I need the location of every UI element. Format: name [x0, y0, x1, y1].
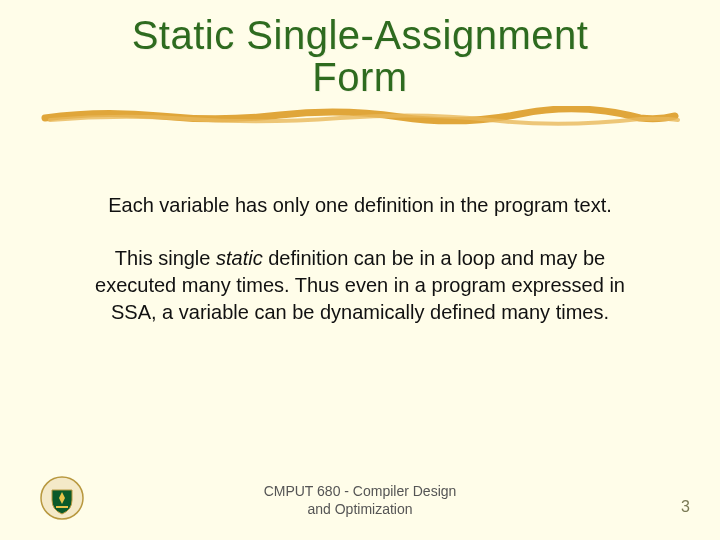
slide-title: Static Single-Assignment Form — [0, 0, 720, 98]
brush-underline-icon — [40, 106, 680, 126]
university-crest-icon — [40, 476, 84, 520]
explanation-paragraph: This single static definition can be in … — [0, 245, 720, 326]
para-static-word: static — [216, 247, 263, 269]
footer-line-1: CMPUT 680 - Compiler Design — [264, 483, 457, 499]
title-line-2: Form — [312, 55, 407, 99]
slide-footer: CMPUT 680 - Compiler Design and Optimiza… — [0, 470, 720, 520]
title-line-1: Static Single-Assignment — [132, 13, 589, 57]
svg-rect-1 — [56, 506, 68, 508]
page-number: 3 — [681, 498, 690, 516]
definition-line: Each variable has only one definition in… — [0, 194, 720, 217]
para-text-1: This single — [115, 247, 216, 269]
footer-course-label: CMPUT 680 - Compiler Design and Optimiza… — [264, 483, 457, 518]
footer-line-2: and Optimization — [307, 501, 412, 517]
title-underline — [0, 106, 720, 126]
